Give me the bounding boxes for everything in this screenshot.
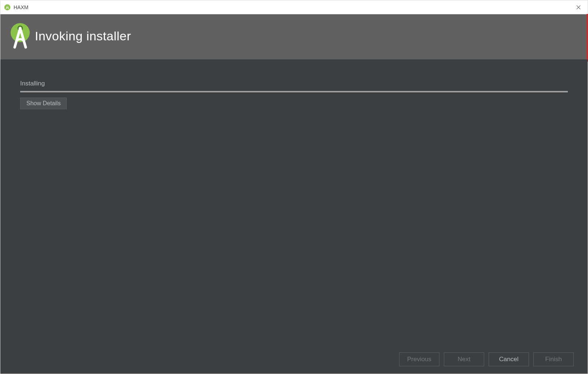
finish-button: Finish xyxy=(533,352,574,366)
window-title: HAXM xyxy=(14,4,28,10)
titlebar: HAXM xyxy=(0,0,588,14)
close-button[interactable] xyxy=(569,0,588,14)
status-text: Installing xyxy=(20,80,568,87)
header: Invoking installer xyxy=(0,14,588,59)
progress-bar xyxy=(20,91,568,92)
titlebar-left: HAXM xyxy=(4,4,28,11)
previous-button: Previous xyxy=(399,352,439,366)
cancel-button[interactable]: Cancel xyxy=(489,352,529,366)
close-icon xyxy=(576,5,581,10)
content-area: Installing Show Details xyxy=(0,59,588,347)
next-button: Next xyxy=(444,352,484,366)
android-studio-icon xyxy=(4,4,11,11)
haxm-installer-window: HAXM Invoking installer Installing Show … xyxy=(0,0,588,374)
footer: Previous Next Cancel Finish xyxy=(0,347,588,374)
android-studio-logo-icon xyxy=(9,22,31,50)
page-title: Invoking installer xyxy=(35,29,131,43)
show-details-button[interactable]: Show Details xyxy=(20,98,67,109)
svg-point-1 xyxy=(7,6,8,6)
red-indicator xyxy=(587,14,588,62)
